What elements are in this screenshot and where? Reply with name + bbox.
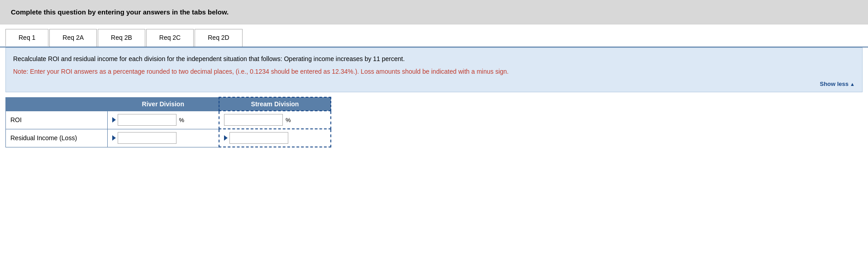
stream-residual-triangle [224, 135, 228, 141]
river-residual-input[interactable] [118, 132, 176, 144]
river-roi-input[interactable] [118, 114, 176, 126]
col-header-river: River Division [107, 97, 219, 111]
river-roi-cell: % [107, 111, 219, 129]
col-header-empty [6, 97, 108, 111]
table-row: Residual Income (Loss) [6, 129, 331, 147]
table-row: ROI % % [6, 111, 331, 129]
data-table: River Division Stream Division ROI % [5, 97, 331, 147]
tab-req2a[interactable]: Req 2A [49, 29, 97, 47]
tabs-row: Req 1 Req 2A Req 2B Req 2C Req 2D [0, 29, 868, 47]
header-instruction: Complete this question by entering your … [11, 8, 229, 16]
tab-req1[interactable]: Req 1 [5, 29, 48, 47]
col-header-stream: Stream Division [219, 97, 331, 111]
content-area: Recalculate ROI and residual income for … [5, 47, 863, 92]
tab-req2c[interactable]: Req 2C [146, 29, 194, 47]
stream-roi-pct: % [286, 117, 291, 123]
row-label-roi: ROI [6, 111, 108, 129]
row-label-residual: Residual Income (Loss) [6, 129, 108, 147]
tab-req2d[interactable]: Req 2D [195, 29, 242, 47]
river-residual-triangle [112, 135, 116, 141]
river-residual-input-wrapper [112, 132, 214, 144]
stream-residual-input[interactable] [229, 132, 288, 144]
stream-roi-cell: % [219, 111, 331, 129]
page-wrapper: Complete this question by entering your … [0, 0, 868, 147]
river-roi-input-wrapper: % [112, 114, 214, 126]
stream-residual-cell [219, 129, 331, 147]
stream-roi-input[interactable] [224, 114, 283, 126]
stream-residual-input-wrapper [224, 132, 326, 144]
river-residual-cell [107, 129, 219, 147]
table-section: River Division Stream Division ROI % [5, 97, 863, 147]
tab-req2b[interactable]: Req 2B [98, 29, 145, 47]
content-note-text: Note: Enter your ROI answers as a percen… [13, 66, 855, 76]
stream-roi-input-wrapper: % [224, 114, 326, 126]
show-less-button[interactable]: Show less [820, 81, 855, 87]
river-roi-triangle [112, 117, 116, 123]
content-main-text: Recalculate ROI and residual income for … [13, 54, 855, 64]
river-roi-pct: % [179, 117, 185, 123]
header-banner: Complete this question by entering your … [0, 0, 868, 24]
show-less-row: Show less [13, 80, 855, 87]
